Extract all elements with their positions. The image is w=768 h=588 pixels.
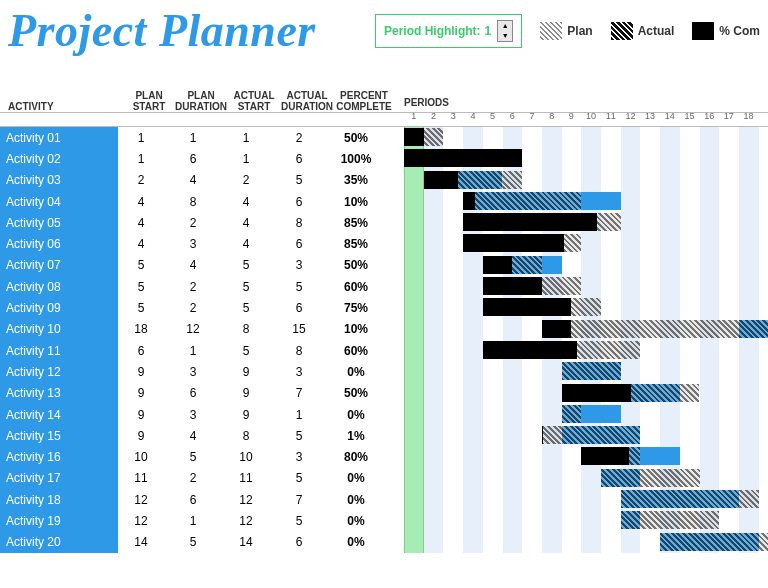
plan-duration-cell[interactable]: 8 xyxy=(164,195,222,209)
percent-complete-cell[interactable]: 1% xyxy=(328,429,384,443)
percent-complete-cell[interactable]: 0% xyxy=(328,493,384,507)
percent-complete-cell[interactable]: 85% xyxy=(328,237,384,251)
percent-complete-cell[interactable]: 0% xyxy=(328,408,384,422)
plan-start-cell[interactable]: 14 xyxy=(118,535,164,549)
actual-start-cell[interactable]: 8 xyxy=(222,429,270,443)
percent-complete-cell[interactable]: 10% xyxy=(328,195,384,209)
table-row[interactable]: Activity 10181281510% xyxy=(0,319,768,340)
plan-start-cell[interactable]: 2 xyxy=(118,173,164,187)
actual-start-cell[interactable]: 5 xyxy=(222,280,270,294)
percent-complete-cell[interactable]: 0% xyxy=(328,365,384,379)
actual-start-cell[interactable]: 4 xyxy=(222,216,270,230)
table-row[interactable]: Activity 021616100% xyxy=(0,148,768,169)
plan-duration-cell[interactable]: 2 xyxy=(164,471,222,485)
actual-start-cell[interactable]: 1 xyxy=(222,131,270,145)
actual-start-cell[interactable]: 8 xyxy=(222,322,270,336)
percent-complete-cell[interactable]: 85% xyxy=(328,216,384,230)
actual-duration-cell[interactable]: 6 xyxy=(270,195,328,209)
actual-duration-cell[interactable]: 7 xyxy=(270,493,328,507)
table-row[interactable]: Activity 1610510380% xyxy=(0,446,768,467)
percent-complete-cell[interactable]: 10% xyxy=(328,322,384,336)
table-row[interactable]: Activity 11615860% xyxy=(0,340,768,361)
plan-start-cell[interactable]: 5 xyxy=(118,258,164,272)
percent-complete-cell[interactable]: 60% xyxy=(328,344,384,358)
actual-duration-cell[interactable]: 6 xyxy=(270,237,328,251)
plan-duration-cell[interactable]: 6 xyxy=(164,493,222,507)
actual-duration-cell[interactable]: 5 xyxy=(270,514,328,528)
plan-start-cell[interactable]: 9 xyxy=(118,408,164,422)
actual-start-cell[interactable]: 14 xyxy=(222,535,270,549)
percent-complete-cell[interactable]: 60% xyxy=(328,280,384,294)
table-row[interactable]: Activity 171121150% xyxy=(0,468,768,489)
plan-duration-cell[interactable]: 2 xyxy=(164,301,222,315)
percent-complete-cell[interactable]: 50% xyxy=(328,258,384,272)
actual-start-cell[interactable]: 11 xyxy=(222,471,270,485)
period-highlight-control[interactable]: Period Highlight: 1 ▲ ▼ xyxy=(375,14,522,48)
percent-complete-cell[interactable]: 50% xyxy=(328,386,384,400)
table-row[interactable]: Activity 07545350% xyxy=(0,255,768,276)
plan-start-cell[interactable]: 12 xyxy=(118,514,164,528)
table-row[interactable]: Activity 13969750% xyxy=(0,383,768,404)
table-row[interactable]: Activity 04484610% xyxy=(0,191,768,212)
actual-start-cell[interactable]: 9 xyxy=(222,408,270,422)
table-row[interactable]: Activity 09525675% xyxy=(0,297,768,318)
actual-start-cell[interactable]: 5 xyxy=(222,301,270,315)
plan-start-cell[interactable]: 4 xyxy=(118,195,164,209)
actual-duration-cell[interactable]: 3 xyxy=(270,450,328,464)
actual-duration-cell[interactable]: 5 xyxy=(270,471,328,485)
table-row[interactable]: Activity 1293930% xyxy=(0,361,768,382)
actual-start-cell[interactable]: 12 xyxy=(222,493,270,507)
actual-duration-cell[interactable]: 5 xyxy=(270,280,328,294)
table-row[interactable]: Activity 05424885% xyxy=(0,212,768,233)
actual-duration-cell[interactable]: 1 xyxy=(270,408,328,422)
percent-complete-cell[interactable]: 0% xyxy=(328,471,384,485)
plan-start-cell[interactable]: 5 xyxy=(118,280,164,294)
plan-start-cell[interactable]: 4 xyxy=(118,237,164,251)
actual-start-cell[interactable]: 10 xyxy=(222,450,270,464)
percent-complete-cell[interactable]: 0% xyxy=(328,535,384,549)
plan-duration-cell[interactable]: 3 xyxy=(164,408,222,422)
actual-duration-cell[interactable]: 2 xyxy=(270,131,328,145)
plan-start-cell[interactable]: 18 xyxy=(118,322,164,336)
table-row[interactable]: Activity 201451460% xyxy=(0,532,768,553)
plan-duration-cell[interactable]: 2 xyxy=(164,216,222,230)
actual-duration-cell[interactable]: 6 xyxy=(270,152,328,166)
plan-start-cell[interactable]: 5 xyxy=(118,301,164,315)
plan-start-cell[interactable]: 4 xyxy=(118,216,164,230)
plan-start-cell[interactable]: 1 xyxy=(118,152,164,166)
plan-duration-cell[interactable]: 12 xyxy=(164,322,222,336)
actual-duration-cell[interactable]: 6 xyxy=(270,301,328,315)
plan-duration-cell[interactable]: 3 xyxy=(164,237,222,251)
plan-duration-cell[interactable]: 4 xyxy=(164,258,222,272)
actual-start-cell[interactable]: 5 xyxy=(222,258,270,272)
actual-start-cell[interactable]: 4 xyxy=(222,195,270,209)
plan-start-cell[interactable]: 10 xyxy=(118,450,164,464)
plan-duration-cell[interactable]: 1 xyxy=(164,131,222,145)
actual-duration-cell[interactable]: 5 xyxy=(270,429,328,443)
table-row[interactable]: Activity 181261270% xyxy=(0,489,768,510)
percent-complete-cell[interactable]: 0% xyxy=(328,514,384,528)
actual-duration-cell[interactable]: 5 xyxy=(270,173,328,187)
actual-start-cell[interactable]: 9 xyxy=(222,386,270,400)
table-row[interactable]: Activity 01111250% xyxy=(0,127,768,148)
plan-start-cell[interactable]: 6 xyxy=(118,344,164,358)
actual-start-cell[interactable]: 1 xyxy=(222,152,270,166)
plan-duration-cell[interactable]: 3 xyxy=(164,365,222,379)
actual-start-cell[interactable]: 4 xyxy=(222,237,270,251)
actual-duration-cell[interactable]: 6 xyxy=(270,535,328,549)
period-highlight-spinner[interactable]: ▲ ▼ xyxy=(497,20,513,42)
actual-start-cell[interactable]: 2 xyxy=(222,173,270,187)
percent-complete-cell[interactable]: 35% xyxy=(328,173,384,187)
table-row[interactable]: Activity 1594851% xyxy=(0,425,768,446)
actual-duration-cell[interactable]: 3 xyxy=(270,365,328,379)
plan-duration-cell[interactable]: 4 xyxy=(164,429,222,443)
plan-duration-cell[interactable]: 6 xyxy=(164,386,222,400)
actual-duration-cell[interactable]: 8 xyxy=(270,344,328,358)
table-row[interactable]: Activity 08525560% xyxy=(0,276,768,297)
percent-complete-cell[interactable]: 80% xyxy=(328,450,384,464)
actual-duration-cell[interactable]: 7 xyxy=(270,386,328,400)
percent-complete-cell[interactable]: 50% xyxy=(328,131,384,145)
table-row[interactable]: Activity 191211250% xyxy=(0,510,768,531)
plan-duration-cell[interactable]: 4 xyxy=(164,173,222,187)
plan-start-cell[interactable]: 1 xyxy=(118,131,164,145)
